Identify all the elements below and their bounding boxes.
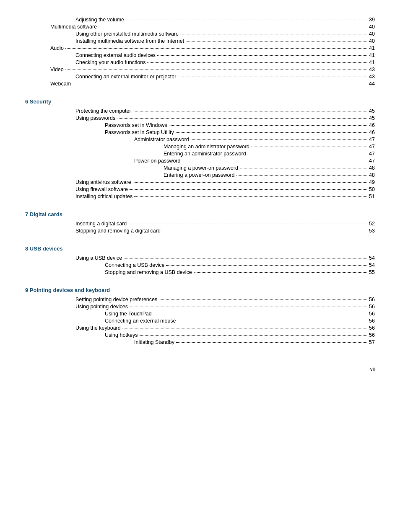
toc-entry: Connecting an external monitor or projec… <box>25 74 375 80</box>
entry-text: Audio <box>50 45 64 51</box>
entry-text: Using the TouchPad <box>105 311 152 317</box>
entry-dots <box>126 20 367 20</box>
entry-dots <box>65 70 367 70</box>
entry-dots <box>186 41 367 41</box>
entry-dots <box>166 265 367 266</box>
entry-text: Initiating Standby <box>134 339 174 345</box>
toc-entry: Installing multimedia software from the … <box>25 38 375 44</box>
entry-text: Stopping and removing a digital card <box>75 228 161 234</box>
entry-text: Entering a power-on password <box>164 172 235 178</box>
entry-text: Power-on password <box>134 158 180 164</box>
entry-dots <box>128 224 367 224</box>
entry-dots <box>65 48 367 49</box>
toc-container: Adjusting the volume39Multimedia softwar… <box>25 17 375 345</box>
entry-page: 44 <box>369 81 375 87</box>
toc-entry: Using antivirus software49 <box>25 179 375 185</box>
toc-entry: Passwords set in Windows46 <box>25 122 375 128</box>
entry-page: 48 <box>369 172 375 178</box>
toc-entry: Adjusting the volume39 <box>25 17 375 23</box>
toc-section: 8 USB devicesUsing a USB device54Connect… <box>25 245 375 275</box>
chapter-heading: 8 USB devices <box>25 245 375 252</box>
toc-entry: Entering a power-on password48 <box>25 172 375 178</box>
entry-dots <box>240 168 367 168</box>
toc-entry: Using the TouchPad56 <box>25 311 375 317</box>
toc-entry: Video43 <box>25 67 375 72</box>
entry-dots <box>147 62 367 63</box>
toc-entry: Managing a power-on password48 <box>25 165 375 171</box>
toc-entry: Power-on password47 <box>25 158 375 164</box>
entry-page: 46 <box>369 129 375 135</box>
toc-entry: Webcam44 <box>25 81 375 87</box>
entry-text: Managing a power-on password <box>164 165 238 171</box>
toc-entry: Using passwords45 <box>25 115 375 121</box>
entry-page: 56 <box>369 311 375 317</box>
toc-entry: Entering an administrator password47 <box>25 151 375 157</box>
entry-text: Connecting a USB device <box>105 262 164 268</box>
toc-section: Adjusting the volume39Multimedia softwar… <box>25 17 375 87</box>
entry-dots <box>180 34 367 34</box>
entry-text: Adjusting the volume <box>75 17 124 23</box>
entry-dots <box>169 125 367 126</box>
entry-page: 48 <box>369 165 375 171</box>
entry-text: Stopping and removing a USB device <box>105 269 192 275</box>
entry-dots <box>159 300 367 300</box>
toc-entry: Installing critical updates51 <box>25 194 375 199</box>
entry-text: Using pointing devices <box>75 304 128 310</box>
chapter-heading: 6 Security <box>25 98 375 105</box>
entry-page: 55 <box>369 269 375 275</box>
entry-text: Passwords set in Windows <box>105 122 167 128</box>
entry-page: 54 <box>369 262 375 268</box>
entry-dots <box>140 335 368 336</box>
entry-dots <box>130 189 367 190</box>
toc-entry: Administrator password47 <box>25 137 375 142</box>
entry-dots <box>130 307 367 307</box>
entry-dots <box>176 132 367 133</box>
entry-text: Using firewall software <box>75 186 128 192</box>
toc-entry: Managing an administrator password47 <box>25 144 375 150</box>
entry-text: Using hotkeys <box>105 332 138 338</box>
entry-page: 56 <box>369 325 375 331</box>
entry-dots <box>236 175 368 176</box>
entry-page: 40 <box>369 38 375 44</box>
entry-text: Inserting a digital card <box>75 221 127 227</box>
entry-dots <box>153 314 367 314</box>
entry-text: Using other preinstalled multimedia soft… <box>75 31 179 37</box>
entry-dots <box>117 118 367 119</box>
entry-page: 56 <box>369 304 375 310</box>
entry-page: 50 <box>369 186 375 192</box>
toc-entry: Connecting external audio devices41 <box>25 52 375 58</box>
toc-entry: Using hotkeys56 <box>25 332 375 338</box>
toc-entry: Multimedia software40 <box>25 24 375 30</box>
toc-entry: Passwords set in Setup Utility46 <box>25 129 375 135</box>
entry-text: Installing multimedia software from the … <box>75 38 184 44</box>
entry-dots <box>176 342 367 343</box>
entry-dots <box>194 272 367 273</box>
entry-page: 52 <box>369 221 375 227</box>
entry-page: 40 <box>369 24 375 30</box>
toc-entry: Inserting a digital card52 <box>25 221 375 227</box>
entry-page: 45 <box>369 115 375 121</box>
entry-page: 47 <box>369 158 375 164</box>
toc-entry: Using a USB device54 <box>25 255 375 261</box>
entry-text: Setting pointing device preferences <box>75 297 157 302</box>
entry-page: 40 <box>369 31 375 37</box>
entry-dots <box>251 147 367 147</box>
toc-entry: Using firewall software50 <box>25 186 375 192</box>
toc-entry: Connecting a USB device54 <box>25 262 375 268</box>
entry-page: 47 <box>369 137 375 142</box>
entry-text: Connecting external audio devices <box>75 52 156 58</box>
entry-text: Connecting an external mouse <box>105 318 176 324</box>
entry-page: 41 <box>369 45 375 51</box>
entry-text: Passwords set in Setup Utility <box>105 129 174 135</box>
entry-text: Protecting the computer <box>75 108 131 114</box>
entry-page: 53 <box>369 228 375 234</box>
entry-page: 45 <box>369 108 375 114</box>
entry-page: 46 <box>369 122 375 128</box>
entry-page: 43 <box>369 74 375 80</box>
entry-dots <box>124 258 367 258</box>
entry-page: 41 <box>369 59 375 65</box>
entry-text: Using a USB device <box>75 255 122 261</box>
entry-page: 56 <box>369 297 375 302</box>
entry-page: 47 <box>369 151 375 157</box>
entry-dots <box>133 182 367 183</box>
